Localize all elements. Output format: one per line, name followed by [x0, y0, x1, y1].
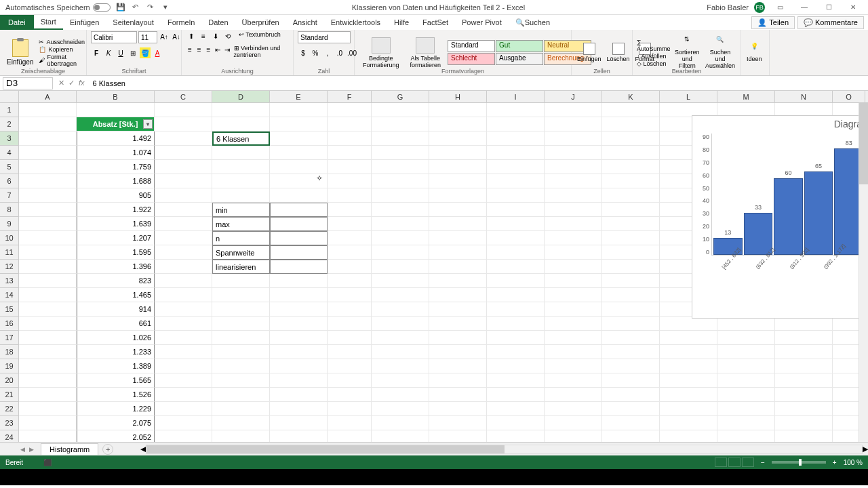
cell[interactable]	[602, 317, 660, 331]
cell[interactable]	[429, 160, 487, 174]
row-header[interactable]: 3	[0, 131, 19, 146]
cell[interactable]	[429, 103, 487, 117]
cell[interactable]: 1.595	[77, 245, 155, 260]
cell[interactable]	[328, 260, 372, 274]
cell[interactable]	[545, 416, 602, 430]
cell[interactable]	[429, 131, 487, 146]
cell[interactable]	[155, 274, 212, 288]
row-header[interactable]: 9	[0, 217, 19, 231]
cell[interactable]	[602, 331, 660, 345]
cell[interactable]	[270, 103, 328, 117]
cell[interactable]	[270, 416, 328, 430]
cell[interactable]	[270, 402, 328, 416]
tab-hilfe[interactable]: Hilfe	[387, 15, 416, 30]
cell[interactable]	[19, 160, 77, 174]
italic-button[interactable]: K	[103, 47, 114, 58]
cell[interactable]	[775, 388, 833, 402]
col-header-N[interactable]: N	[775, 91, 833, 102]
cut-button[interactable]: ✂ Ausschneiden	[39, 39, 85, 45]
cell[interactable]	[328, 245, 372, 260]
bold-button[interactable]: F	[91, 47, 102, 58]
cell[interactable]	[212, 288, 270, 302]
cell[interactable]	[155, 359, 212, 373]
cell[interactable]	[212, 416, 270, 430]
cell[interactable]	[602, 203, 660, 217]
cell[interactable]	[372, 217, 429, 231]
row-header[interactable]: 19	[0, 359, 19, 373]
comments-button[interactable]: 💬 Kommentare	[797, 16, 864, 29]
cell[interactable]	[155, 160, 212, 174]
cell[interactable]: 1.492	[77, 131, 155, 146]
cell[interactable]	[429, 373, 487, 388]
cell[interactable]	[372, 402, 429, 416]
cell[interactable]	[212, 160, 270, 174]
cell[interactable]	[155, 402, 212, 416]
row-header[interactable]: 21	[0, 388, 19, 402]
comma-icon[interactable]: ,	[322, 48, 333, 58]
fill-color-button[interactable]: 🪣	[140, 47, 151, 58]
cell[interactable]	[19, 388, 77, 402]
cell[interactable]	[487, 402, 545, 416]
cell[interactable]	[487, 160, 545, 174]
cell[interactable]	[328, 345, 372, 359]
tab-powerpivot[interactable]: Power Pivot	[455, 15, 509, 30]
cell[interactable]	[270, 317, 328, 331]
cell[interactable]	[545, 373, 602, 388]
copy-button[interactable]: 📋 Kopieren	[39, 46, 85, 53]
cell[interactable]	[545, 174, 602, 188]
cell[interactable]	[429, 402, 487, 416]
cell[interactable]	[19, 203, 77, 217]
cell[interactable]	[717, 388, 775, 402]
cell[interactable]	[270, 217, 328, 231]
cell[interactable]	[545, 331, 602, 345]
cell[interactable]	[717, 359, 775, 373]
font-name-input[interactable]	[91, 31, 137, 43]
worksheet[interactable]: A B C D E F G H I J K L M N O 12Absatz […	[0, 91, 868, 442]
row-header[interactable]: 6	[0, 174, 19, 188]
fx-icon[interactable]: fx	[79, 79, 85, 87]
cell[interactable]	[372, 430, 429, 442]
cell[interactable]	[602, 131, 660, 146]
cell[interactable]	[602, 117, 660, 131]
tab-file[interactable]: Datei	[0, 15, 34, 30]
cell[interactable]	[487, 373, 545, 388]
cell[interactable]	[602, 160, 660, 174]
cell[interactable]	[155, 174, 212, 188]
tab-start[interactable]: Start	[34, 15, 63, 30]
cell[interactable]	[155, 288, 212, 302]
decrease-font-icon[interactable]: A↓	[171, 31, 182, 42]
tab-seitenlayout[interactable]: Seitenlayout	[106, 15, 161, 30]
user-name[interactable]: Fabio Basler	[707, 3, 749, 12]
cell[interactable]	[372, 331, 429, 345]
cell[interactable]	[328, 274, 372, 288]
cell[interactable]: max	[212, 217, 270, 231]
cell[interactable]	[155, 331, 212, 345]
cell[interactable]	[487, 416, 545, 430]
increase-indent-icon[interactable]: ⇥	[223, 45, 231, 54]
cell[interactable]	[429, 416, 487, 430]
cell[interactable]	[328, 231, 372, 245]
currency-icon[interactable]: $	[298, 48, 309, 58]
cell[interactable]	[660, 373, 717, 388]
cell[interactable]	[19, 231, 77, 245]
cell[interactable]	[372, 373, 429, 388]
view-page-layout-icon[interactable]	[728, 458, 741, 467]
cell[interactable]	[487, 174, 545, 188]
row-header[interactable]: 22	[0, 402, 19, 416]
cell[interactable]	[212, 103, 270, 117]
cell[interactable]: linearisieren	[212, 260, 270, 274]
row-header[interactable]: 24	[0, 430, 19, 442]
tab-daten[interactable]: Daten	[201, 15, 235, 30]
cell[interactable]	[487, 331, 545, 345]
cell[interactable]	[155, 103, 212, 117]
cell[interactable]: 1.759	[77, 160, 155, 174]
cell[interactable]	[429, 274, 487, 288]
cell[interactable]	[429, 345, 487, 359]
cell[interactable]	[212, 430, 270, 442]
align-center-icon[interactable]: ≡	[195, 45, 203, 54]
cell[interactable]	[270, 288, 328, 302]
row-header[interactable]: 18	[0, 345, 19, 359]
row-header[interactable]: 4	[0, 146, 19, 160]
cell[interactable]: 1.922	[77, 203, 155, 217]
cell[interactable]	[602, 188, 660, 203]
